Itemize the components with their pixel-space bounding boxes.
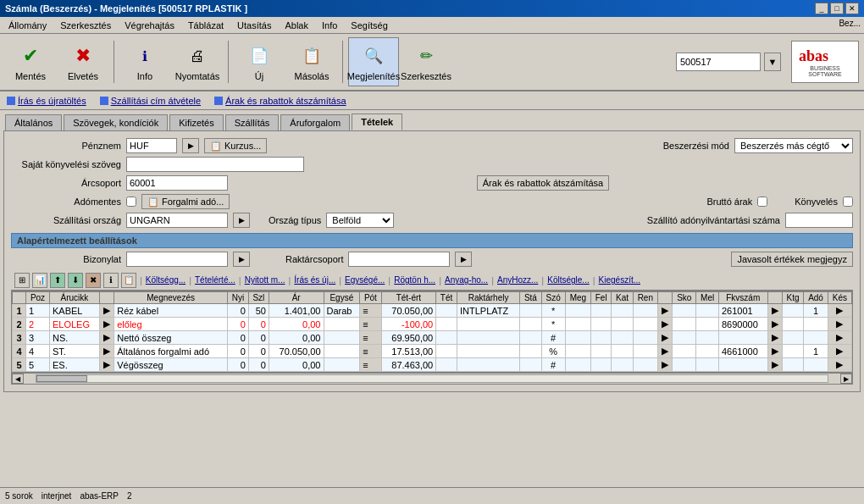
menu-info[interactable]: Info (317, 19, 342, 32)
cell-arucikk-icon[interactable]: ▶ (99, 358, 114, 372)
tab-aruforgalom[interactable]: Áruforgalom (280, 114, 350, 130)
cell-ren-icon[interactable]: ▶ (657, 358, 672, 372)
mentes-button[interactable]: ✔ Mentés (5, 37, 56, 86)
tt-btn-6[interactable]: ℹ (103, 273, 119, 288)
cell-nyi: 0 (228, 331, 249, 345)
cb-iras[interactable]: Írás és újratöltés (7, 96, 86, 106)
penznem-input[interactable] (126, 138, 177, 153)
tt-btn-5[interactable]: ✖ (86, 273, 101, 288)
cell-ren-icon[interactable]: ▶ (657, 345, 672, 358)
adomentes-checkbox[interactable] (126, 197, 136, 207)
tt-anyag[interactable]: Anyag-ho... (445, 275, 488, 285)
szallitasi-input[interactable] (126, 213, 228, 228)
tt-btn-3[interactable]: ⬆ (50, 273, 65, 288)
tt-btn-7[interactable]: 📋 (121, 273, 136, 288)
arak-button[interactable]: Árak és rabattok átszámítása (477, 175, 609, 191)
cell-ren-icon[interactable]: ▶ (657, 318, 672, 331)
info-button[interactable]: ℹ Info (119, 37, 170, 86)
tab-tetelek[interactable]: Tételek (352, 114, 402, 130)
forgalmi-button[interactable]: 📋 Forgalmi adó... (141, 194, 230, 209)
arcsoport-label: Árcsoport (11, 178, 121, 188)
window-controls[interactable]: _ □ ✕ (815, 3, 859, 14)
bizonylat-browse-btn[interactable]: ▶ (233, 252, 250, 267)
minimize-button[interactable]: _ (815, 3, 828, 14)
tt-iras[interactable]: Írás és új... (294, 275, 335, 285)
tt-kosztsgle[interactable]: Költségle... (547, 275, 589, 285)
szallitasi-browse-btn[interactable]: ▶ (233, 213, 250, 228)
konyveles-checkbox[interactable] (843, 197, 853, 207)
beszerzes-mod-select[interactable]: Beszerzés más cégtő (734, 138, 853, 153)
sajat-input[interactable] (126, 157, 304, 172)
tt-kosztsegg[interactable]: Költségg... (146, 275, 186, 285)
raktarcsoport-browse-btn[interactable]: ▶ (455, 252, 472, 267)
horizontal-scrollbar[interactable]: ◀ ▶ (11, 373, 853, 385)
megjelenites-button[interactable]: 🔍 Megjelenítés (348, 37, 399, 86)
arcsoport-input[interactable] (126, 175, 228, 191)
uj-button[interactable]: 📄 Új (234, 37, 285, 86)
cell-raktarhely (457, 345, 519, 358)
cell-kes: ▶ (828, 304, 851, 318)
cell-poz: 3 (26, 331, 50, 345)
tt-btn-2[interactable]: 📊 (32, 273, 47, 288)
orszag-select[interactable]: Belföld (326, 213, 394, 228)
cell-ren-icon[interactable]: ▶ (657, 331, 672, 345)
menu-segitseg[interactable]: Segítség (346, 19, 392, 32)
table-row: 1 1 KABEL ▶ Réz kábel 0 50 1.401,00 Dara… (13, 304, 852, 318)
cell-ren-icon[interactable]: ▶ (657, 304, 672, 318)
cell-fkvszam-icon[interactable]: ▶ (767, 345, 782, 358)
doc-number-dropdown[interactable]: ▼ (764, 53, 781, 71)
cb-szallitasi[interactable]: Szállítási cím átvétele (100, 96, 201, 106)
tt-btn-1[interactable]: ⊞ (14, 273, 30, 288)
cb-arak[interactable]: Árak és rabattok átszámítása (214, 96, 346, 106)
cell-arucikk-icon[interactable]: ▶ (99, 318, 114, 331)
tt-anyhozz[interactable]: AnyHozz... (497, 275, 538, 285)
bizonylat-input[interactable] (126, 252, 228, 267)
cb-arak-label[interactable]: Árak és rabattok átszámítása (225, 96, 346, 106)
scroll-left-arrow[interactable]: ◀ (12, 374, 24, 384)
szerkesztes-button[interactable]: ✏ Szerkesztés (401, 37, 451, 86)
cell-arucikk-icon[interactable]: ▶ (99, 304, 114, 318)
nyomtatas-button[interactable]: 🖨 Nyomtatás (172, 37, 223, 86)
kurzus-button[interactable]: 📋 Kurzus... (204, 138, 267, 153)
menu-szerkesztes[interactable]: Szerkesztés (55, 19, 116, 32)
brutto-checkbox[interactable] (757, 197, 767, 207)
tt-kiegeszit[interactable]: Kiegészít... (599, 275, 640, 285)
th-poz: Poz (26, 292, 50, 304)
cell-fkvszam-icon[interactable]: ▶ (767, 304, 782, 318)
tab-szovegek[interactable]: Szövegek, kondíciók (64, 114, 168, 130)
scroll-thumb[interactable] (36, 375, 87, 382)
cell-fkvszam-icon[interactable]: ▶ (767, 318, 782, 331)
elvetes-button[interactable]: ✖ Elvetés (58, 37, 108, 86)
javasolt-button[interactable]: Javasolt értékek megjegyz (731, 252, 853, 267)
cell-poz: 4 (26, 345, 50, 358)
tt-rogton[interactable]: Rögtön h... (394, 275, 435, 285)
tt-tetelerte[interactable]: Tételérté... (195, 275, 235, 285)
menu-allomany[interactable]: Állomány (3, 19, 52, 32)
close-button[interactable]: ✕ (845, 3, 859, 14)
tab-altalanos[interactable]: Általános (5, 114, 62, 130)
maximize-button[interactable]: □ (830, 3, 844, 14)
cell-arucikk-icon[interactable]: ▶ (99, 331, 114, 345)
tab-kifizetes[interactable]: Kifizetés (169, 114, 224, 130)
th-fel: Fel (591, 292, 612, 304)
cb-szallitasi-label[interactable]: Szállítási cím átvétele (111, 96, 201, 106)
scroll-right-arrow[interactable]: ▶ (840, 374, 852, 384)
cell-fkvszam-icon[interactable]: ▶ (767, 331, 782, 345)
tt-nyitott[interactable]: Nyitott m... (245, 275, 285, 285)
tab-szallitas[interactable]: Szállítás (225, 114, 280, 130)
menu-ablak[interactable]: Ablak (280, 19, 313, 32)
menu-utasitas[interactable]: Utasítás (232, 19, 276, 32)
masolas-button[interactable]: 📋 Másolás (286, 37, 337, 86)
cell-fkvszam-icon[interactable]: ▶ (767, 358, 782, 372)
tt-egysege[interactable]: Egységé... (345, 275, 385, 285)
penznem-browse-btn[interactable]: ▶ (182, 138, 199, 153)
tt-btn-4[interactable]: ⬇ (68, 273, 83, 288)
raktarcsoport-input[interactable] (348, 252, 450, 267)
doc-number-input[interactable] (676, 53, 761, 71)
menu-vegrehajtas[interactable]: Végrehajtás (119, 19, 180, 32)
cb-iras-label[interactable]: Írás és újratöltés (18, 96, 86, 106)
menu-tablazat[interactable]: Táblázat (183, 19, 229, 32)
szallito-input[interactable] (785, 213, 853, 228)
cell-arucikk-icon[interactable]: ▶ (99, 345, 114, 358)
separator-1 (114, 41, 114, 83)
